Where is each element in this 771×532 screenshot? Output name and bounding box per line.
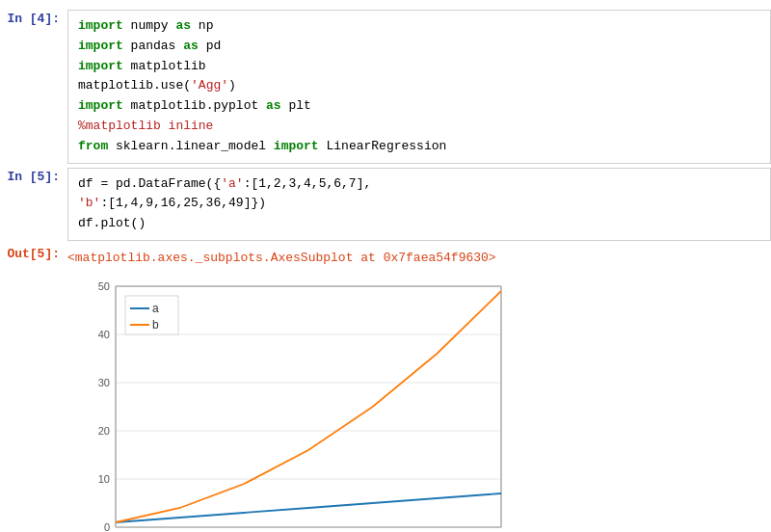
cell-label-out5: Out[5]: [0, 245, 67, 261]
cell-out5: Out[5]: <matplotlib.axes._subplots.AxesS… [0, 245, 771, 273]
code-line: %matplotlib inline [78, 117, 760, 137]
code-line: from sklearn.linear_model import LinearR… [78, 137, 760, 157]
code-line: 'b':[1,4,9,16,25,36,49]}) [78, 194, 760, 214]
code-line: matplotlib.use('Agg') [78, 76, 760, 96]
code-line: import pandas as pd [78, 37, 760, 57]
svg-text:30: 30 [98, 377, 110, 388]
svg-text:20: 20 [98, 425, 110, 437]
svg-text:50: 50 [98, 280, 110, 292]
cell-content-in5[interactable]: df = pd.DataFrame({'a':[1,2,3,4,5,6,7], … [67, 168, 771, 241]
code-line: import numpy as np [78, 16, 760, 37]
cell-in5: In [5]: df = pd.DataFrame({'a':[1,2,3,4,… [0, 168, 771, 241]
code-line: import matplotlib.pyplot as plt [78, 96, 760, 117]
code-line: import matplotlib [78, 57, 760, 77]
cell-content-in4[interactable]: import numpy as np import pandas as pd i… [67, 10, 771, 164]
legend-b-label: b [152, 318, 159, 332]
svg-text:40: 40 [98, 329, 110, 340]
cell-output-text: <matplotlib.axes._subplots.AxesSubplot a… [67, 245, 771, 273]
svg-text:10: 10 [98, 473, 110, 485]
svg-text:0: 0 [104, 521, 110, 532]
cell-label-in4: In [4]: [0, 10, 67, 26]
cell-in4: In [4]: import numpy as np import pandas… [0, 10, 771, 164]
chart-container: 0 10 20 30 40 50 0 1 2 3 4 5 6 a b [67, 277, 771, 532]
code-line: df = pd.DataFrame({'a':[1,2,3,4,5,6,7], [78, 174, 760, 195]
cell-label-in5: In [5]: [0, 168, 67, 184]
matplotlib-chart: 0 10 20 30 40 50 0 1 2 3 4 5 6 a b [67, 277, 530, 532]
code-line: df.plot() [78, 214, 760, 234]
legend-a-label: a [152, 302, 159, 315]
